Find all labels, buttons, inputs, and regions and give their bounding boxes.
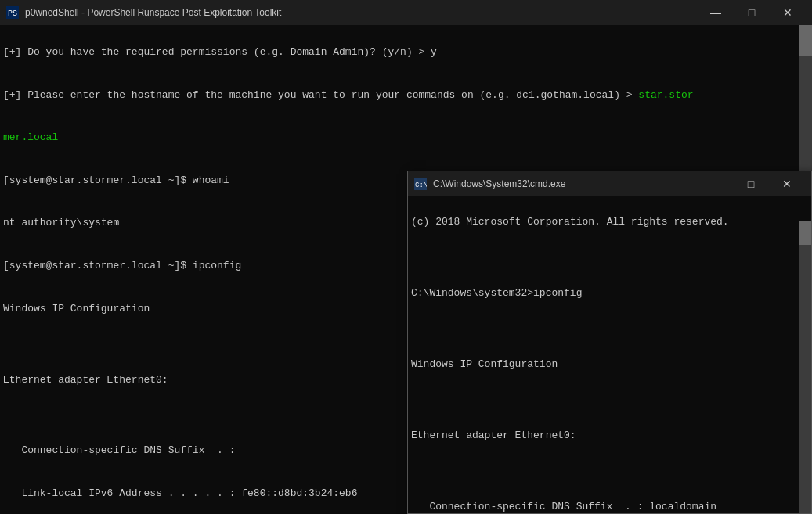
- title-bar-left: PS p0wnedShell - PowerShell Runspace Pos…: [6, 6, 281, 19]
- cmd-line-7: Ethernet adapter Ethernet0:: [411, 430, 576, 441]
- cmd-icon: C:\: [414, 178, 427, 190]
- cmd-scrollbar[interactable]: [799, 221, 811, 513]
- cmd-title-left: C:\ C:\Windows\System32\cmd.exe: [414, 178, 565, 190]
- main-window-title: p0wnedShell - PowerShell Runspace Post E…: [25, 7, 281, 18]
- cmd-line-3: C:\Windows\system32>ipconfig: [411, 287, 582, 299]
- main-window-controls: — □ ✕: [698, 0, 806, 25]
- cmd-window-controls: — □ ✕: [697, 171, 805, 196]
- cmd-maximize-button[interactable]: □: [733, 171, 769, 196]
- terminal-line-1: [+] Do you have the required permissions…: [3, 46, 437, 58]
- terminal-line-6: [system@star.stormer.local ~]$ ipconfig: [3, 260, 241, 271]
- main-scrollbar-thumb: [799, 25, 812, 56]
- cmd-window: C:\ C:\Windows\System32\cmd.exe — □ ✕ (c…: [407, 171, 812, 514]
- terminal-line-5: nt authority\system: [3, 217, 119, 228]
- cmd-line-1: (c) 2018 Microsoft Corporation. All righ…: [411, 216, 729, 228]
- terminal-line-2: [+] Please enter the hostname of the mac…: [3, 89, 694, 101]
- cmd-minimize-button[interactable]: —: [697, 171, 733, 196]
- terminal-line-3: mer.local: [3, 131, 58, 143]
- main-maximize-button[interactable]: □: [734, 0, 770, 25]
- terminal-line-9: Ethernet adapter Ethernet0:: [3, 374, 168, 386]
- terminal-line-12: Link-local IPv6 Address . . . . . : fe80…: [3, 487, 357, 499]
- svg-text:PS: PS: [8, 9, 17, 18]
- cmd-line-9: Connection-specific DNS Suffix . : local…: [411, 501, 716, 512]
- main-minimize-button[interactable]: —: [698, 0, 734, 25]
- cmd-terminal-content: (c) 2018 Microsoft Corporation. All righ…: [411, 201, 808, 513]
- cmd-terminal-body[interactable]: (c) 2018 Microsoft Corporation. All righ…: [408, 196, 811, 513]
- svg-text:C:\: C:\: [415, 182, 427, 189]
- terminal-line-11: Connection-specific DNS Suffix . :: [3, 444, 235, 456]
- terminal-line-4: [system@star.stormer.local ~]$ whoami: [3, 174, 229, 186]
- cmd-close-button[interactable]: ✕: [769, 171, 805, 196]
- powershell-icon: PS: [6, 6, 19, 19]
- cmd-title-bar: C:\ C:\Windows\System32\cmd.exe — □ ✕: [408, 171, 811, 196]
- cmd-window-title: C:\Windows\System32\cmd.exe: [433, 178, 565, 189]
- terminal-line-7: Windows IP Configuration: [3, 303, 150, 315]
- main-close-button[interactable]: ✕: [770, 0, 806, 25]
- cmd-line-5: Windows IP Configuration: [411, 358, 558, 370]
- main-title-bar: PS p0wnedShell - PowerShell Runspace Pos…: [0, 0, 812, 25]
- cmd-scrollbar-thumb: [799, 221, 811, 245]
